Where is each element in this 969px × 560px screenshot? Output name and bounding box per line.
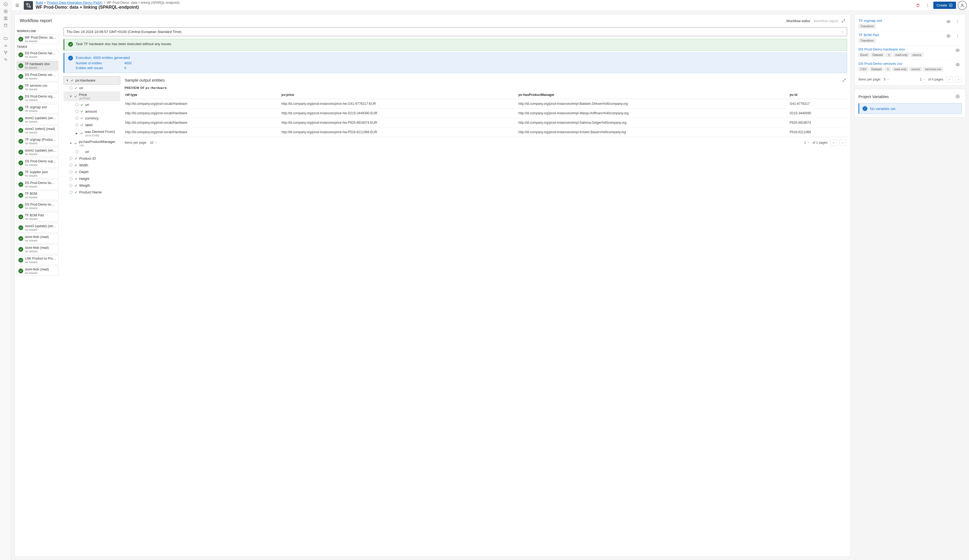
- structure-node[interactable]: Product Name: [63, 189, 120, 196]
- structure-node[interactable]: Height: [63, 175, 120, 182]
- tree-task-item[interactable]: LNK Product to ProductC…no issues: [17, 255, 59, 265]
- nav-folder-icon[interactable]: [1, 35, 10, 42]
- caret-right-icon: ▶: [75, 132, 78, 135]
- tree-task-item[interactable]: DS Prod-Demo bom xlsx (…no issues: [17, 179, 59, 189]
- structure-node[interactable]: ▼pv:hasProductManagern/a: [63, 138, 120, 148]
- page-select[interactable]: 1: [920, 78, 926, 81]
- nav-explore-icon[interactable]: [1, 1, 10, 8]
- delete-icon[interactable]: [914, 2, 922, 10]
- execution-timestamp-select[interactable]: Thu Dec 19 2024 10:06:57 GMT+0100 (Centr…: [63, 27, 847, 36]
- check-icon: [18, 85, 23, 90]
- tree-task-item[interactable]: store-fedx (read)no issues: [17, 234, 59, 243]
- check-icon: [74, 141, 77, 145]
- svg-rect-39: [887, 69, 889, 70]
- tree-workflow-item[interactable]: WF Prod-Demo: data + lin…no issues: [17, 34, 59, 44]
- sample-heading: Sample output entities: [125, 78, 842, 82]
- structure-node[interactable]: ▶was Derived From1prov:Entity: [63, 128, 120, 138]
- breadcrumb-current: WF Prod-Demo: data + linking (SPARQL-end…: [107, 1, 180, 5]
- structure-node[interactable]: ▼Pricepv:Price: [63, 91, 120, 101]
- structure-node[interactable]: Depth: [63, 169, 120, 175]
- structure-node[interactable]: ▼pv:Hardware: [63, 76, 120, 85]
- breadcrumb-project[interactable]: Product Data Integration Demo (FedX): [47, 1, 102, 5]
- items-per-page-select[interactable]: 5: [884, 78, 889, 81]
- svg-point-34: [957, 35, 958, 35]
- structure-node[interactable]: uri: [63, 101, 120, 108]
- radio-icon: [70, 157, 72, 160]
- eye-icon[interactable]: [954, 60, 962, 69]
- related-pager: Items per page: 5 1 of 4 pages ‹ ›: [859, 74, 962, 83]
- page-prev-button[interactable]: ‹: [946, 76, 952, 83]
- expand-icon[interactable]: [842, 78, 846, 82]
- create-button[interactable]: Create: [933, 2, 956, 9]
- items-per-page-select[interactable]: 10: [150, 141, 157, 145]
- nav-book-icon[interactable]: [1, 15, 10, 22]
- tree-task-item[interactable]: DS Prod-Demo bom xlsx (…no issues: [17, 201, 59, 211]
- structure-node[interactable]: Product ID: [63, 155, 120, 162]
- page-prev-button[interactable]: ‹: [830, 140, 837, 146]
- check-icon: [74, 163, 78, 167]
- tree-task-item[interactable]: DS Prod-Demo hardware …no issues: [17, 50, 59, 60]
- svg-point-30: [957, 20, 958, 21]
- nav-workflow-icon[interactable]: [1, 49, 10, 56]
- tab-workflow-editor[interactable]: Workflow editor: [786, 19, 810, 23]
- page-select[interactable]: 1: [804, 141, 810, 145]
- nav-db-icon[interactable]: [1, 22, 10, 29]
- structure-node[interactable]: currency: [63, 115, 120, 121]
- user-avatar-icon[interactable]: [957, 1, 967, 10]
- tree-task-item[interactable]: TF orgmap (Product Cate…no issues: [17, 136, 59, 146]
- add-variable-button[interactable]: [954, 92, 962, 100]
- tree-header-tasks: TASKS: [17, 45, 59, 48]
- svg-point-13: [6, 51, 7, 52]
- svg-point-31: [957, 22, 958, 22]
- structure-node[interactable]: Width: [63, 162, 120, 169]
- related-item-title[interactable]: DS Prod-Demo hardware xlsx: [859, 47, 962, 52]
- related-item: DS Prod-Demo services csvCSVDatasetread-…: [859, 60, 962, 74]
- nav-list-icon[interactable]: [1, 8, 10, 15]
- tree-task-item[interactable]: TF services csvno issues: [17, 82, 59, 92]
- svg-rect-45: [865, 108, 865, 109]
- nav-activity-icon[interactable]: [1, 56, 10, 63]
- radio-icon: [75, 103, 78, 106]
- breadcrumb-root[interactable]: Build: [36, 1, 43, 5]
- expand-icon[interactable]: [841, 19, 846, 23]
- radio-icon: [70, 170, 72, 173]
- execution-banner: Execution: 4000 entities generated Numbe…: [63, 53, 847, 73]
- tree-task-item[interactable]: TF BOM Partno issues: [17, 212, 59, 222]
- tree-task-item[interactable]: DS Prod-Demo supplier js…no issues: [17, 158, 59, 168]
- tree-task-item[interactable]: store3 (update) (write)no issues: [17, 223, 59, 233]
- tree-task-item[interactable]: store-fedx (read)no issues: [17, 244, 59, 254]
- related-item-title[interactable]: DS Prod-Demo services csv: [859, 61, 962, 66]
- kebab-icon[interactable]: [954, 32, 962, 40]
- menu-icon[interactable]: [13, 2, 21, 9]
- page-next-button[interactable]: ›: [839, 140, 846, 146]
- structure-node[interactable]: label: [63, 121, 120, 128]
- eye-icon[interactable]: [944, 32, 952, 40]
- kebab-icon[interactable]: [924, 2, 932, 10]
- structure-node[interactable]: uri: [63, 148, 120, 155]
- tree-task-item[interactable]: DS Prod-Demo orgmap x…no issues: [17, 93, 59, 103]
- check-icon: [18, 236, 23, 241]
- eye-icon[interactable]: [954, 46, 962, 54]
- tree-task-item[interactable]: TF BOMno issues: [17, 191, 59, 200]
- structure-node[interactable]: uri: [63, 85, 120, 91]
- structure-node[interactable]: Weigth: [63, 182, 120, 189]
- tree-task-item[interactable]: store2 (update) (write)no issues: [17, 147, 59, 157]
- eye-icon[interactable]: [944, 18, 952, 26]
- tree-task-item[interactable]: store2 (update) (write)no issues: [17, 115, 59, 125]
- tab-workflow-report[interactable]: Workflow report: [814, 19, 838, 23]
- tree-task-item[interactable]: TF hardware xlsxno issues: [17, 61, 59, 70]
- kebab-icon[interactable]: [954, 18, 962, 26]
- nav-chart-icon[interactable]: [1, 42, 10, 49]
- check-icon: [18, 269, 23, 273]
- tree-task-item[interactable]: DS Prod-Demo services c…no issues: [17, 71, 59, 81]
- tree-task-item[interactable]: store2 (select) (read)no issues: [17, 126, 59, 135]
- tree-task-item[interactable]: TF supplier jsonno issues: [17, 169, 59, 179]
- tree-task-item[interactable]: TF orgmap xmlno issues: [17, 104, 59, 114]
- page-next-button[interactable]: ›: [955, 76, 962, 83]
- table-row: http://ld.company.org/prod-vocab/Hardwar…: [123, 99, 847, 109]
- structure-node[interactable]: amount: [63, 108, 120, 115]
- check-icon: [74, 86, 78, 90]
- check-icon: [74, 177, 78, 181]
- tree-task-item[interactable]: store-fedx (read)no issues: [17, 266, 59, 276]
- check-icon: [18, 52, 23, 57]
